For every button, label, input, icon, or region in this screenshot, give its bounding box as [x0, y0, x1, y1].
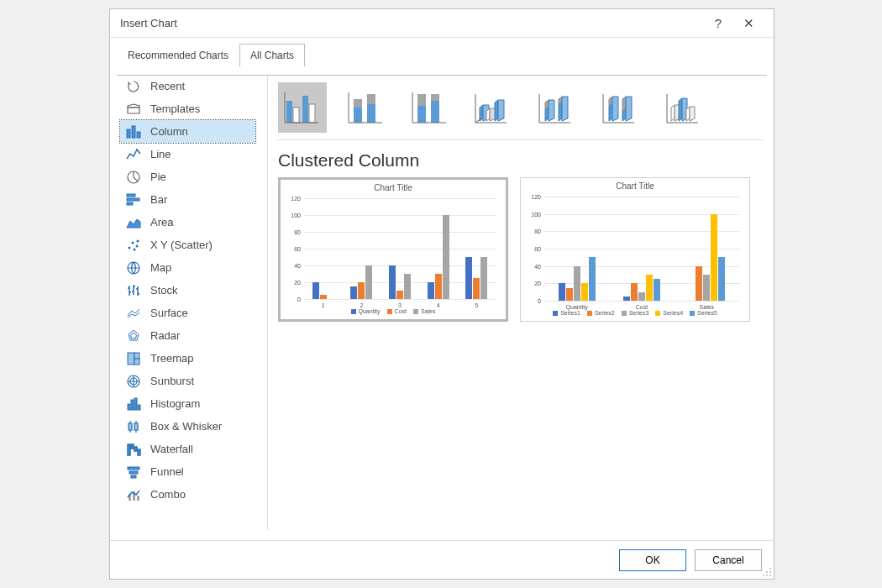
- svg-rect-23: [134, 423, 138, 430]
- subtype-clustered-column-3d[interactable]: [470, 82, 518, 133]
- category-label: Stock: [150, 284, 178, 297]
- area-icon: [125, 214, 142, 231]
- category-funnel[interactable]: Funnel: [120, 460, 255, 483]
- category-label: Waterfall: [150, 443, 193, 455]
- waterfall-icon: [125, 441, 142, 458]
- svg-rect-34: [286, 101, 292, 123]
- content-area: Clustered Column Chart Title020406080100…: [276, 75, 764, 530]
- svg-point-8: [132, 241, 134, 244]
- templates-icon: [125, 101, 142, 118]
- ok-button[interactable]: OK: [619, 549, 686, 571]
- svg-rect-41: [354, 99, 362, 108]
- svg-rect-5: [127, 198, 139, 201]
- plot-area: 02040608010012012345: [304, 198, 496, 299]
- tab-strip: Recommended Charts All Charts: [110, 38, 774, 66]
- subtype-stacked-column-3d[interactable]: [533, 82, 582, 133]
- svg-rect-37: [309, 104, 315, 123]
- category-label: Sunburst: [150, 375, 194, 387]
- cancel-button[interactable]: Cancel: [695, 549, 762, 571]
- svg-rect-25: [131, 444, 134, 449]
- category-map[interactable]: Map: [120, 256, 255, 279]
- category-label: Templates: [150, 102, 200, 115]
- category-label: Line: [150, 148, 171, 160]
- svg-point-64: [763, 575, 764, 576]
- category-recent[interactable]: Recent: [120, 75, 255, 97]
- chart-preview-2[interactable]: Chart Title020406080100120QuantityCostSa…: [520, 177, 750, 322]
- chart-preview-1[interactable]: Chart Title02040608010012012345QuantityC…: [278, 177, 508, 322]
- category-label: Box & Whisker: [150, 420, 222, 433]
- svg-point-10: [134, 248, 136, 250]
- svg-rect-19: [131, 400, 134, 410]
- dialog-footer: OK Cancel: [110, 540, 774, 579]
- category-pie[interactable]: Pie: [120, 165, 255, 188]
- dialog-title: Insert Chart: [120, 17, 703, 29]
- category-sidebar: RecentTemplatesColumnLinePieBarAreaX Y (…: [120, 75, 259, 530]
- resize-grip-icon[interactable]: [762, 567, 772, 577]
- funnel-icon: [125, 464, 142, 480]
- category-label: Histogram: [150, 397, 200, 410]
- category-surface[interactable]: Surface: [120, 302, 255, 324]
- svg-rect-0: [127, 129, 130, 138]
- svg-rect-27: [138, 449, 140, 455]
- category-label: Funnel: [150, 465, 184, 478]
- chart-previews: Chart Title02040608010012012345QuantityC…: [276, 177, 764, 322]
- category-radar[interactable]: Radar: [120, 324, 255, 347]
- category-histogram[interactable]: Histogram: [120, 392, 255, 415]
- svg-point-11: [137, 239, 139, 242]
- category-label: Recent: [150, 80, 185, 92]
- pie-icon: [125, 169, 142, 186]
- svg-rect-4: [127, 194, 135, 197]
- svg-rect-1: [132, 126, 135, 138]
- svg-rect-6: [127, 202, 133, 205]
- svg-rect-36: [302, 96, 308, 123]
- category-column[interactable]: Column: [120, 120, 255, 143]
- recent-icon: [125, 78, 142, 95]
- category-stock[interactable]: Stock: [120, 279, 255, 302]
- svg-rect-29: [129, 471, 138, 474]
- subtype-stacked-column[interactable]: [342, 82, 391, 133]
- treemap-icon: [125, 350, 142, 367]
- category-boxwhisker[interactable]: Box & Whisker: [120, 415, 255, 438]
- svg-point-62: [766, 571, 768, 573]
- surface-icon: [125, 305, 142, 322]
- svg-rect-42: [367, 104, 375, 123]
- close-button[interactable]: ✕: [733, 16, 764, 31]
- category-line[interactable]: Line: [120, 143, 255, 165]
- category-label: Surface: [150, 307, 188, 319]
- category-scatter[interactable]: X Y (Scatter): [120, 234, 255, 256]
- subtype-stacked100-column[interactable]: [406, 82, 454, 133]
- subtype-clustered-column[interactable]: [278, 82, 327, 133]
- chart-preview-title: Chart Title: [521, 178, 749, 194]
- svg-rect-47: [417, 94, 426, 106]
- category-label: X Y (Scatter): [150, 239, 213, 251]
- map-icon: [125, 260, 142, 276]
- titlebar: Insert Chart ? ✕: [110, 9, 774, 38]
- svg-rect-2: [137, 132, 140, 138]
- category-combo[interactable]: Combo: [120, 483, 255, 506]
- tab-recommended-charts[interactable]: Recommended Charts: [117, 44, 239, 66]
- svg-rect-48: [431, 101, 439, 123]
- chart-preview-title: Chart Title: [281, 180, 506, 196]
- category-sunburst[interactable]: Sunburst: [120, 370, 255, 392]
- category-templates[interactable]: Templates: [120, 97, 255, 120]
- category-treemap[interactable]: Treemap: [120, 347, 255, 370]
- bar-icon: [125, 192, 142, 208]
- svg-point-66: [769, 575, 771, 576]
- subtype-stacked100-column-3d[interactable]: [597, 82, 646, 133]
- category-bar[interactable]: Bar: [120, 188, 255, 211]
- svg-point-61: [769, 568, 771, 570]
- category-label: Treemap: [150, 352, 194, 365]
- category-area[interactable]: Area: [120, 211, 255, 234]
- svg-rect-49: [431, 94, 439, 101]
- subtype-column-3d[interactable]: [661, 82, 710, 133]
- svg-point-63: [769, 571, 771, 573]
- svg-rect-43: [367, 94, 375, 104]
- tab-all-charts[interactable]: All Charts: [239, 44, 305, 66]
- svg-rect-35: [293, 108, 299, 123]
- category-waterfall[interactable]: Waterfall: [120, 438, 255, 460]
- insert-chart-dialog: Insert Chart ? ✕ Recommended Charts All …: [109, 8, 774, 580]
- svg-rect-30: [131, 475, 136, 478]
- chart-legend: QuantityCostSales: [281, 308, 506, 314]
- svg-rect-22: [129, 423, 132, 430]
- help-button[interactable]: ?: [703, 16, 733, 30]
